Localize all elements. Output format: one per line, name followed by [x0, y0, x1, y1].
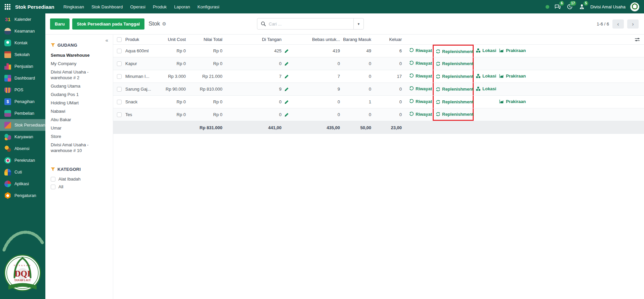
menu-ringkasan[interactable]: Ringkasan	[60, 1, 88, 13]
edit-quantity-button[interactable]	[282, 74, 292, 79]
warehouse-filter-item[interactable]: Divisi Amal Usaha - warehouse # 10	[51, 141, 108, 155]
select-all-checkbox[interactable]	[117, 37, 122, 42]
row-checkbox[interactable]	[117, 74, 122, 79]
sidebar-item-keamanan[interactable]: Keamanan	[0, 25, 45, 37]
sidebar-item-pembelian[interactable]: Pembelian	[0, 107, 45, 119]
replenishment-button[interactable]: Replenishment	[434, 49, 473, 54]
warehouse-filter-item[interactable]: My Company	[51, 59, 108, 68]
riwayat-button[interactable]: Riwayat	[407, 112, 432, 117]
riwayat-button[interactable]: Riwayat	[407, 61, 432, 66]
column-header-unit-cost[interactable]: Unit Cost	[162, 37, 186, 42]
search-input[interactable]	[269, 21, 353, 27]
column-header-keluar[interactable]: Keluar	[371, 37, 402, 42]
row-checkbox[interactable]	[117, 100, 122, 104]
riwayat-button[interactable]: Riwayat	[407, 48, 432, 53]
row-checkbox[interactable]	[117, 61, 122, 66]
prakiraan-button[interactable]: Prakiraan	[497, 99, 526, 104]
menu-produk[interactable]: Produk	[149, 1, 170, 13]
cell-produk[interactable]: Minuman I...	[125, 74, 162, 79]
warehouse-filter-item[interactable]: Holding UMart	[51, 99, 108, 107]
sidebar-item-dashboard[interactable]: Dashboard	[0, 72, 45, 84]
pager-next-button[interactable]: ›	[627, 19, 639, 29]
row-checkbox[interactable]	[117, 49, 122, 53]
edit-quantity-button[interactable]	[282, 61, 292, 66]
replenishment-button[interactable]: Replenishment	[434, 112, 473, 117]
sidebar-item-perekrutan[interactable]: Perekrutan	[0, 154, 45, 166]
warehouse-filter-item[interactable]: Umar	[51, 124, 108, 132]
sidebar-item-absensi[interactable]: Absensi	[0, 143, 45, 154]
sidebar-item-kalender[interactable]: Kalender	[0, 13, 45, 25]
cell-produk[interactable]: Snack	[125, 99, 162, 104]
edit-quantity-button[interactable]	[282, 49, 292, 53]
menu-konfigurasi[interactable]: Konfigurasi	[194, 1, 223, 13]
riwayat-button[interactable]: Riwayat	[407, 99, 432, 104]
category-filter-item[interactable]: All	[51, 183, 108, 191]
category-checkbox[interactable]	[51, 185, 55, 189]
apps-menu-icon[interactable]	[5, 4, 10, 10]
cell-produk[interactable]: Aqua 600ml	[125, 48, 162, 53]
column-header-barang-masuk[interactable]: Barang Masuk	[340, 37, 371, 42]
sidebar-item-aplikasi[interactable]: Aplikasi	[0, 178, 45, 190]
warehouse-filter-item[interactable]: Gudang Pos 1	[51, 90, 108, 99]
prakiraan-button[interactable]: Prakiraan	[497, 73, 526, 79]
activities-button[interactable]: 17	[566, 3, 573, 10]
menu-stok-dashboard[interactable]: Stok Dashboard	[88, 1, 126, 13]
user-avatar[interactable]	[630, 2, 639, 11]
riwayat-button[interactable]: Riwayat	[407, 86, 432, 91]
warehouse-filter-item[interactable]: Abu Bakar	[51, 115, 108, 124]
cell-produk[interactable]: Sarung Gaj...	[125, 87, 162, 92]
row-checkbox[interactable]	[117, 112, 122, 117]
prakiraan-button[interactable]: Prakiraan	[497, 48, 526, 53]
replenishment-button[interactable]: Replenishment	[434, 99, 473, 104]
edit-quantity-button[interactable]	[282, 112, 292, 117]
sidebar-item-pengaturan[interactable]: Pengaturan	[0, 190, 45, 201]
menu-laporan[interactable]: Laporan	[170, 1, 194, 13]
commission-button[interactable]: $ 5	[578, 3, 586, 10]
edit-quantity-button[interactable]	[282, 100, 292, 104]
lokasi-button[interactable]: Lokasi	[474, 48, 496, 53]
optional-columns-icon[interactable]	[631, 37, 644, 42]
search-filters-caret[interactable]: ▾	[353, 18, 363, 29]
lokasi-button[interactable]: Lokasi	[474, 73, 496, 79]
menu-operasi[interactable]: Operasi	[126, 1, 149, 13]
history-icon	[409, 73, 414, 78]
column-header-di-tangan[interactable]: Di Tangan	[222, 37, 282, 42]
new-button[interactable]: Baru	[50, 18, 70, 30]
cell-produk[interactable]: Tes	[125, 112, 162, 117]
sidebar-item-cuti[interactable]: Cuti	[0, 166, 45, 178]
sidebar-item-pos[interactable]: POS	[0, 84, 45, 96]
sidebar-item-karyawan[interactable]: Karyawan	[0, 131, 45, 143]
search-icon	[257, 21, 269, 27]
app-title[interactable]: Stok Persediaan	[15, 4, 54, 10]
sidebar-item-sekolah[interactable]: Sekolah	[0, 49, 45, 60]
warehouse-filter-item[interactable]: Gudang Utama	[51, 82, 108, 90]
sidebar-item-kontak[interactable]: Kontak	[0, 37, 45, 49]
row-checkbox[interactable]	[117, 87, 122, 92]
view-settings-gear-icon[interactable]: ⚙	[162, 21, 166, 27]
sidebar-item-penagihan[interactable]: Penagihan	[0, 96, 45, 107]
replenishment-button[interactable]: Replenishment	[434, 87, 473, 92]
warehouse-filter-item[interactable]: Nabawi	[51, 107, 108, 115]
collapse-panel-icon[interactable]: «	[105, 37, 108, 43]
category-filter-item[interactable]: Alat Ibadah	[51, 175, 108, 183]
warehouse-filter-item[interactable]: Divisi Amal Usaha - warehouse # 2	[51, 68, 108, 82]
pager-previous-button[interactable]: ‹	[612, 19, 624, 29]
edit-pencil-icon	[284, 87, 289, 92]
sidebar-item-stok-persediaan[interactable]: Stok Persediaan	[0, 119, 45, 131]
replenishment-button[interactable]: Replenishment	[434, 61, 473, 66]
column-header-nilai-total[interactable]: Nilai Total	[186, 37, 222, 42]
messages-button[interactable]: 6	[554, 3, 561, 10]
warehouse-filter-item[interactable]: Store	[51, 132, 108, 141]
warehouse-filter-item[interactable]: Semua Warehouse	[51, 51, 108, 59]
edit-quantity-button[interactable]	[282, 87, 292, 92]
column-header-produk[interactable]: Produk	[125, 37, 162, 42]
company-switcher[interactable]: Divisi Amal Usaha	[590, 4, 626, 9]
replenishment-button[interactable]: Replenishment	[434, 74, 473, 79]
column-header-bebas[interactable]: Bebas untuk...	[292, 37, 340, 42]
riwayat-button[interactable]: Riwayat	[407, 73, 432, 79]
inventory-at-date-button[interactable]: Stok Persediaan pada Tanggal	[72, 18, 145, 30]
lokasi-button[interactable]: Lokasi	[474, 86, 496, 91]
cell-produk[interactable]: Kapur	[125, 61, 162, 66]
sidebar-item-penjualan[interactable]: Penjualan	[0, 60, 45, 72]
category-checkbox[interactable]	[51, 177, 55, 182]
